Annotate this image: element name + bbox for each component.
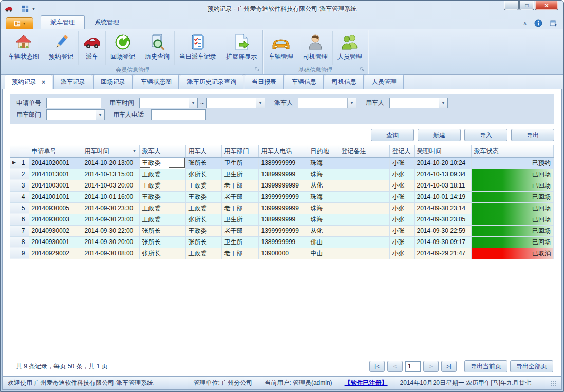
cell-apply-no[interactable]: 20141001001	[29, 191, 82, 202]
column-header[interactable]: 用车时间▼	[82, 145, 139, 157]
ribbon-button[interactable]: 回场登记	[106, 31, 140, 65]
column-header[interactable]: 用车人电话	[258, 145, 308, 157]
cell-user[interactable]: 张所长	[185, 214, 221, 225]
page-number-input[interactable]	[405, 361, 421, 372]
cell-registrar[interactable]: 小张	[389, 214, 414, 225]
maximize-button[interactable]: □	[519, 1, 534, 10]
cell-dispatcher[interactable]: 王政委	[139, 169, 185, 180]
cell-registrar[interactable]: 小张	[389, 248, 414, 259]
cell-note[interactable]	[339, 202, 389, 214]
cell-status[interactable]: 已回场	[471, 225, 554, 236]
cell-apply-no[interactable]: 20141013001	[29, 169, 82, 180]
cell-use-time[interactable]: 2014-09-30 20:00	[82, 236, 139, 248]
column-header[interactable]: 派车状态	[471, 145, 554, 157]
cell-status[interactable]: 已预约	[471, 157, 554, 169]
cell-apply-no[interactable]: 20141020001	[29, 157, 82, 169]
cell-accept-time[interactable]: 2014-10-20 10:24	[414, 157, 471, 169]
column-header[interactable]: 用车人	[185, 145, 221, 157]
cell-status[interactable]: 已回场	[471, 236, 554, 248]
use-time-to-combo[interactable]: ▼	[206, 98, 265, 108]
cell-accept-time[interactable]: 2014-09-29 21:47	[414, 248, 471, 259]
ribbon-button[interactable]: 司机管理	[298, 31, 333, 65]
cell-dispatcher[interactable]: 王政委	[139, 157, 185, 169]
document-tab[interactable]: 车辆状态图	[134, 74, 179, 89]
document-tab[interactable]: 车辆信息	[285, 74, 324, 89]
chevron-down-icon[interactable]: ▼	[32, 7, 35, 11]
info-icon[interactable]	[534, 19, 542, 27]
cell-dispatcher[interactable]: 王政委	[139, 202, 185, 214]
row-indicator-cell[interactable]: 4	[10, 191, 29, 202]
cell-user[interactable]: 张所长	[185, 236, 221, 248]
column-header[interactable]	[10, 145, 29, 157]
table-row[interactable]: ▶1201410200012014-10-20 13:00王政委张所长卫生所13…	[10, 157, 554, 169]
chevron-down-icon[interactable]: ▼	[256, 98, 265, 108]
cell-status[interactable]: 已取消	[471, 248, 554, 259]
close-tab-icon[interactable]: ×	[42, 79, 45, 85]
use-time-from-combo[interactable]: ▼	[139, 98, 198, 108]
cell-dept[interactable]: 卫生所	[221, 214, 258, 225]
cell-user[interactable]: 王政委	[185, 202, 221, 214]
ribbon-tab[interactable]: 系统管理	[85, 15, 129, 29]
first-page-button[interactable]: |<	[369, 361, 385, 372]
cell-note[interactable]	[339, 157, 389, 169]
cell-registrar[interactable]: 小张	[389, 157, 414, 169]
cell-dest[interactable]: 珠海	[308, 191, 339, 202]
cell-dispatcher[interactable]: 张所长	[139, 248, 185, 259]
department-combo[interactable]: ▼	[46, 109, 105, 120]
cell-dest[interactable]: 从化	[308, 180, 339, 191]
next-page-button[interactable]: >	[423, 361, 439, 372]
column-header[interactable]: 登记备注	[339, 145, 389, 157]
minimize-button[interactable]: —	[504, 1, 519, 10]
user-combo[interactable]: ▼	[389, 98, 448, 108]
cell-apply-no[interactable]: 20140930005	[29, 202, 82, 214]
cell-use-time[interactable]: 2014-10-03 20:00	[82, 180, 139, 191]
cell-status[interactable]: 已回场	[471, 169, 554, 180]
column-header[interactable]: 用车部门	[221, 145, 258, 157]
cell-dispatcher[interactable]: 王政委	[139, 214, 185, 225]
export-all-pages-button[interactable]: 导出全部页	[510, 360, 553, 372]
import-button[interactable]: 导入	[464, 129, 507, 141]
row-indicator-cell[interactable]: 9	[10, 248, 29, 259]
export-current-page-button[interactable]: 导出当前页	[464, 360, 507, 372]
cell-dest[interactable]: 佛山	[308, 236, 339, 248]
cell-status[interactable]: 已回场	[471, 180, 554, 191]
cell-accept-time[interactable]: 2014-10-03 18:11	[414, 180, 471, 191]
grid-icon[interactable]	[22, 5, 29, 12]
row-indicator-cell[interactable]: 5	[10, 202, 29, 214]
column-header[interactable]: 登记人	[389, 145, 414, 157]
cell-registrar[interactable]: 小张	[389, 180, 414, 191]
cell-dest[interactable]: 从化	[308, 225, 339, 236]
cell-registrar[interactable]: 小张	[389, 202, 414, 214]
close-button[interactable]: ×	[535, 1, 558, 10]
chevron-down-icon[interactable]: ▼	[439, 98, 447, 108]
row-indicator-cell[interactable]: 3	[10, 180, 29, 191]
cell-dept[interactable]: 老干部	[221, 191, 258, 202]
ribbon-button[interactable]: 人员管理	[333, 31, 367, 65]
cell-dispatcher[interactable]: 王政委	[139, 180, 185, 191]
ribbon-button[interactable]: 派车	[79, 31, 106, 65]
row-indicator-cell[interactable]: 6	[10, 214, 29, 225]
cell-use-time[interactable]: 2014-10-20 13:00	[82, 157, 139, 169]
application-menu-button[interactable]: ▼	[6, 17, 33, 29]
cell-accept-time[interactable]: 2014-09-30 23:05	[414, 214, 471, 225]
cell-status[interactable]: 已回场	[471, 191, 554, 202]
document-tab[interactable]: 派车记录	[53, 74, 92, 89]
cell-apply-no[interactable]: 20141003001	[29, 180, 82, 191]
cell-use-time[interactable]: 2014-10-13 15:00	[82, 169, 139, 180]
cell-use-time[interactable]: 2014-09-30 23:30	[82, 202, 139, 214]
ribbon-button[interactable]: 车辆状态图	[4, 31, 44, 65]
cell-dispatcher[interactable]: 张所长	[139, 225, 185, 236]
table-row[interactable]: 8201409300012014-09-30 20:00张所长张所长卫生所138…	[10, 236, 554, 248]
document-tab[interactable]: 预约记录×	[5, 74, 52, 89]
cell-dept[interactable]: 老干部	[221, 248, 258, 259]
cell-accept-time[interactable]: 2014-10-13 09:34	[414, 169, 471, 180]
table-row[interactable]: 5201409300052014-09-30 23:30王政委王政委老干部139…	[10, 202, 554, 214]
cell-user[interactable]: 王政委	[185, 180, 221, 191]
ribbon-button[interactable]: 车辆管理	[264, 31, 298, 65]
cell-apply-no[interactable]: 20140929002	[29, 248, 82, 259]
ribbon-tab[interactable]: 派车管理	[41, 15, 85, 29]
dialog-launcher-icon[interactable]	[360, 67, 366, 73]
column-header[interactable]: 受理时间	[414, 145, 471, 157]
sort-filter-icon[interactable]: ▼	[133, 148, 137, 153]
prev-page-button[interactable]: <	[387, 361, 403, 372]
